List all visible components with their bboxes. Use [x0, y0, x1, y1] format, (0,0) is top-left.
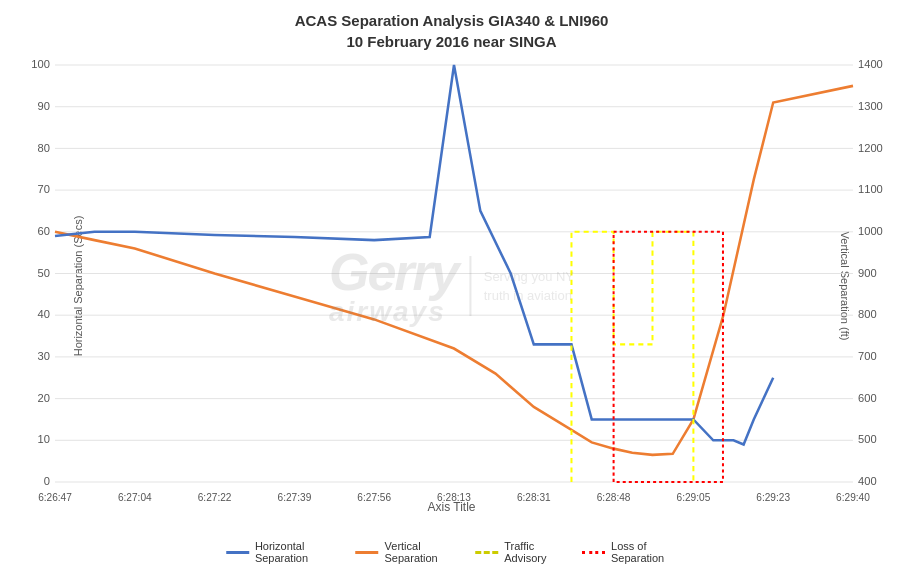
legend-label-traffic: Traffic Advisory: [504, 540, 558, 564]
svg-text:6:29:23: 6:29:23: [756, 492, 790, 503]
chart-svg: 0 10 20 30 40 50 60 70 80 90 100 400 500…: [55, 65, 853, 482]
svg-text:1000: 1000: [858, 225, 883, 237]
legend-line-traffic: [475, 551, 498, 554]
svg-text:700: 700: [858, 350, 877, 362]
svg-text:30: 30: [38, 350, 50, 362]
chart-container: ACAS Separation Analysis GIA340 & LNI960…: [0, 0, 903, 572]
svg-text:6:29:40: 6:29:40: [836, 492, 870, 503]
title-line1: ACAS Separation Analysis GIA340 & LNI960: [0, 10, 903, 31]
title-line2: 10 February 2016 near SINGA: [0, 31, 903, 52]
vertical-separation-line: [55, 86, 853, 455]
svg-text:800: 800: [858, 308, 877, 320]
svg-text:6:28:31: 6:28:31: [517, 492, 551, 503]
legend-item-loss: Loss of Separation: [582, 540, 677, 564]
legend-item-vertical: Vertical Separation: [355, 540, 451, 564]
svg-text:90: 90: [38, 100, 50, 112]
svg-text:1400: 1400: [858, 58, 883, 70]
svg-text:1200: 1200: [858, 141, 883, 153]
svg-text:500: 500: [858, 433, 877, 445]
legend-label-horizontal: Horizontal Separation: [255, 540, 332, 564]
svg-text:900: 900: [858, 266, 877, 278]
svg-text:10: 10: [38, 433, 50, 445]
svg-text:6:29:05: 6:29:05: [677, 492, 711, 503]
svg-text:60: 60: [38, 225, 50, 237]
svg-text:6:27:56: 6:27:56: [357, 492, 391, 503]
svg-text:6:27:04: 6:27:04: [118, 492, 152, 503]
svg-text:6:26:47: 6:26:47: [38, 492, 72, 503]
svg-text:600: 600: [858, 392, 877, 404]
chart-plot-area: 0 10 20 30 40 50 60 70 80 90 100 400 500…: [55, 65, 853, 482]
svg-text:100: 100: [31, 58, 50, 70]
svg-text:1100: 1100: [858, 183, 883, 195]
legend-label-vertical: Vertical Separation: [385, 540, 452, 564]
svg-text:70: 70: [38, 183, 50, 195]
svg-text:6:27:39: 6:27:39: [278, 492, 312, 503]
svg-text:80: 80: [38, 141, 50, 153]
chart-title: ACAS Separation Analysis GIA340 & LNI960…: [0, 0, 903, 52]
svg-text:6:28:48: 6:28:48: [597, 492, 631, 503]
legend-line-vertical: [355, 551, 378, 554]
svg-text:50: 50: [38, 266, 50, 278]
svg-text:0: 0: [44, 475, 50, 487]
svg-text:6:27:22: 6:27:22: [198, 492, 232, 503]
svg-text:40: 40: [38, 308, 50, 320]
x-axis-label: Axis Title: [427, 500, 475, 514]
legend-item-traffic: Traffic Advisory: [475, 540, 558, 564]
chart-legend: Horizontal Separation Vertical Separatio…: [226, 540, 678, 564]
legend-item-horizontal: Horizontal Separation: [226, 540, 332, 564]
legend-label-loss: Loss of Separation: [611, 540, 677, 564]
legend-line-loss: [582, 551, 605, 554]
horizontal-separation-line: [55, 65, 773, 444]
svg-text:1300: 1300: [858, 100, 883, 112]
svg-text:400: 400: [858, 475, 877, 487]
legend-line-horizontal: [226, 551, 249, 554]
svg-text:20: 20: [38, 392, 50, 404]
